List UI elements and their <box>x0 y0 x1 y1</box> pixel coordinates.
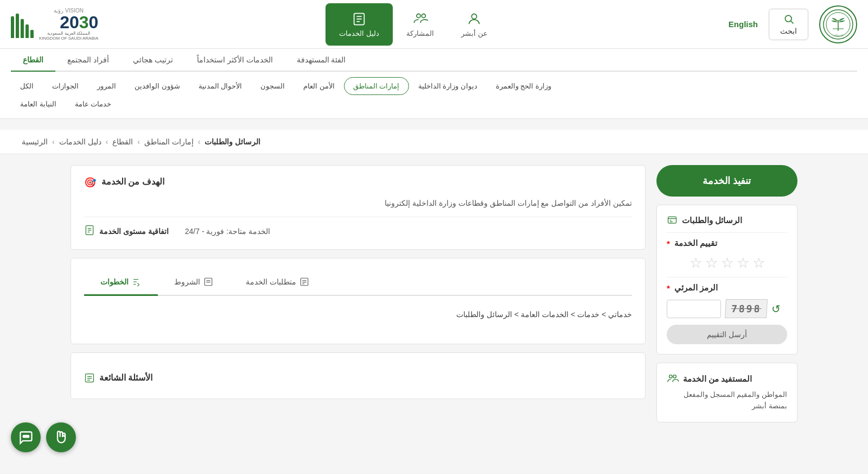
star-3[interactable]: ☆ <box>721 255 733 271</box>
search-label: ابحث <box>780 27 797 35</box>
nav-participation-label: المشاركة <box>406 29 434 37</box>
faq-title: الأسئلة الشائعة <box>99 372 152 383</box>
sub-passports[interactable]: الجوازات <box>43 77 88 95</box>
vision-area: VISION رؤية 2030 المملكة العربية السعودي… <box>11 8 98 41</box>
main-content: تنفيذ الخدمة الرسائل والطلبات تقييم الخد… <box>54 154 814 433</box>
sub-prisons[interactable]: السجون <box>251 77 294 95</box>
breadcrumb-services-guide[interactable]: دليل الخدمات <box>59 137 101 146</box>
captcha-refresh-icon[interactable]: ↺ <box>771 302 781 315</box>
sub-interior-ministry[interactable]: ديوان وزارة الداخلية <box>409 77 487 95</box>
top-bar: المملكة ابحث English عن أبشر <box>0 0 868 49</box>
svg-point-7 <box>472 14 477 18</box>
top-nav: عن أبشر المشاركة دليل الخدمات <box>326 3 501 46</box>
chat-button[interactable] <box>11 422 41 433</box>
nav-services-guide-label: دليل الخدمات <box>339 29 379 37</box>
participation-icon <box>413 11 428 27</box>
messages-card: الرسائل والطلبات تقييم الخدمة * ☆ ☆ ☆ ☆ <box>656 205 797 355</box>
nav-participation[interactable]: المشاركة <box>393 3 448 46</box>
star-2[interactable]: ☆ <box>705 255 718 271</box>
sub-general-services[interactable]: خدمات عامة <box>66 95 121 113</box>
cat-tab-most-used[interactable]: الخدمات الأكثر استخداماً <box>185 49 285 72</box>
tab-steps-label: الخطوات <box>100 277 129 286</box>
rating-required: * <box>667 239 670 248</box>
search-icon <box>783 14 794 24</box>
breadcrumb-emirates[interactable]: إمارات المناطق <box>144 137 194 146</box>
tab-content-steps: خدماتي > خدمات > الخدمات العامة > الرسائ… <box>84 296 632 333</box>
cat-tab-target-group[interactable]: الفئة المستهدفة <box>285 49 358 72</box>
cat-tab-alphabetical[interactable]: ترتيب هجائي <box>121 49 185 72</box>
steps-icon <box>132 277 142 287</box>
sub-civil-affairs[interactable]: الأحوال المدنية <box>189 77 252 95</box>
bar3 <box>21 19 24 38</box>
logo[interactable]: المملكة <box>819 5 857 43</box>
star-1[interactable]: ☆ <box>690 255 702 271</box>
goal-icon: 🎯 <box>84 176 96 188</box>
beneficiary-title: المستفيد من الخدمة <box>667 373 787 385</box>
star-5[interactable]: ☆ <box>752 255 765 271</box>
breadcrumb: الرسائل والطلبات › إمارات المناطق › القط… <box>0 130 868 154</box>
tab-conditions[interactable]: الشروط <box>158 269 229 296</box>
svg-line-6 <box>790 21 793 23</box>
tab-requirements-label: متطلبات الخدمة <box>246 277 296 286</box>
faq-card: الأسئلة الشائعة <box>71 352 646 399</box>
star-rating[interactable]: ☆ ☆ ☆ ☆ ☆ <box>667 255 787 271</box>
breadcrumb-sep3: › <box>137 137 140 146</box>
chat-icon <box>18 430 34 433</box>
sla-row: الخدمة متاحة: فورية - 24/7 اتفاقية مستوى… <box>84 217 632 238</box>
execute-service-button[interactable]: تنفيذ الخدمة <box>656 165 797 197</box>
nav-about-absher[interactable]: عن أبشر <box>448 3 501 46</box>
vision-text-block: VISION رؤية 2030 المملكة العربية السعودي… <box>39 8 98 41</box>
rating-title: تقييم الخدمة * <box>667 238 787 248</box>
cat-tab-individuals[interactable]: أفراد المجتمع <box>55 49 121 72</box>
sub-expats[interactable]: شؤون الوافدين <box>125 77 189 95</box>
conditions-icon <box>203 277 213 287</box>
sub-traffic[interactable]: المرور <box>88 77 125 95</box>
sub-emirates[interactable]: إمارات المناطق <box>344 77 409 95</box>
english-link[interactable]: English <box>729 20 758 29</box>
breadcrumb-sep4: › <box>198 137 201 146</box>
svg-point-9 <box>422 14 425 17</box>
sub-all[interactable]: الكل <box>11 77 43 95</box>
send-rating-button[interactable]: أرسل التقييم <box>667 325 787 344</box>
nav-services-guide[interactable]: دليل الخدمات <box>326 3 393 46</box>
captcha-input[interactable] <box>667 300 721 318</box>
service-goal-row: الهدف من الخدمة 🎯 <box>84 176 632 188</box>
vision-year: 2030 <box>39 14 98 31</box>
service-goal-title: الهدف من الخدمة <box>101 176 164 187</box>
divider2 <box>667 277 787 277</box>
cat-tab-sector[interactable]: القطاع <box>11 49 55 72</box>
svg-text:المملكة: المملكة <box>834 34 843 37</box>
requirements-icon <box>299 277 309 287</box>
sla-label: اتفاقية مستوى الخدمة <box>99 227 169 236</box>
sub-prosecution[interactable]: النيابة العامة <box>11 95 66 113</box>
tabs-card: متطلبات الخدمة الشروط <box>71 258 646 344</box>
category-section: الفئة المستهدفة الخدمات الأكثر استخداماً… <box>0 49 868 119</box>
hand-icon <box>54 430 69 433</box>
sla-title-item: اتفاقية مستوى الخدمة <box>84 225 169 238</box>
tab-steps[interactable]: الخطوات <box>84 269 158 296</box>
tab-requirements[interactable]: متطلبات الخدمة <box>229 269 326 296</box>
sub-public-security[interactable]: الأمن العام <box>294 77 344 95</box>
bar4 <box>16 14 19 38</box>
vision-bars <box>11 11 34 38</box>
breadcrumb-home[interactable]: الرئيسية <box>22 137 48 146</box>
sub-haj-umrah[interactable]: وزارة الحج والعمرة <box>487 77 560 95</box>
sla-value: الخدمة متاحة: فورية - 24/7 <box>185 227 270 236</box>
bar5 <box>11 16 14 38</box>
svg-point-8 <box>417 14 420 17</box>
search-box[interactable]: ابحث <box>769 9 808 40</box>
faq-icon <box>84 372 95 383</box>
sub-category-row: وزارة الحج والعمرة ديوان وزارة الداخلية … <box>11 72 857 118</box>
svg-rect-28 <box>205 278 212 286</box>
breadcrumb-current: الرسائل والطلبات <box>205 137 260 146</box>
captcha-title: الرمز المرئي * <box>667 283 787 293</box>
svg-point-5 <box>785 15 792 22</box>
tab-conditions-label: الشروط <box>174 277 200 286</box>
bar2 <box>25 24 29 38</box>
captcha-image: 7898 <box>725 299 768 318</box>
breadcrumb-sector[interactable]: القطاع <box>112 137 133 146</box>
beneficiary-text: المواطن والمقيم المسجل والمفعل بمنصة أبش… <box>667 389 787 412</box>
sla-doc-icon <box>84 225 95 236</box>
star-4[interactable]: ☆ <box>737 255 749 271</box>
divider1 <box>667 232 787 233</box>
